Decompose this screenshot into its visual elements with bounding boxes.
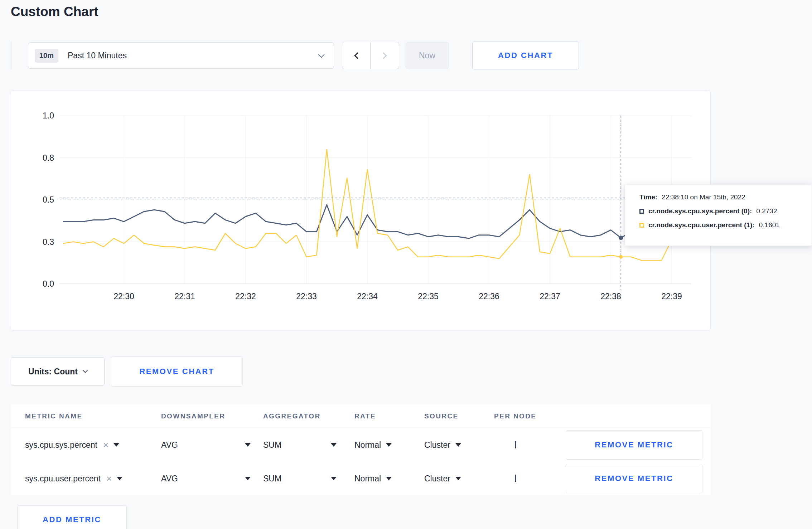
header-downsampler: DOWNSAMPLER xyxy=(161,412,263,420)
downsampler-value: AVG xyxy=(161,474,178,484)
caret-down-icon xyxy=(331,443,337,447)
metric-name-select[interactable]: sys.cpu.sys.percent × xyxy=(25,440,161,450)
crosshair-point xyxy=(619,255,623,259)
tooltip-series-value: 0.2732 xyxy=(756,207,777,215)
next-window-button[interactable] xyxy=(371,42,399,69)
aggregator-select[interactable]: SUM xyxy=(263,440,337,450)
rate-select[interactable]: Normal xyxy=(354,440,424,450)
metric-row: sys.cpu.sys.percent × AVG SUM Normal Clu… xyxy=(11,428,711,462)
chart-options-bar: Units: Count REMOVE CHART xyxy=(11,356,812,387)
chevron-left-icon xyxy=(354,52,361,59)
x-axis-label: 22:31 xyxy=(165,292,204,301)
caret-down-icon xyxy=(386,477,392,480)
metrics-line-chart[interactable] xyxy=(59,116,691,284)
per-node-checkbox[interactable] xyxy=(515,475,516,482)
clear-metric-icon[interactable]: × xyxy=(106,474,112,483)
downsampler-select[interactable]: AVG xyxy=(161,440,251,450)
caret-down-icon xyxy=(455,477,461,480)
header-aggregator: AGGREGATOR xyxy=(263,412,354,420)
metric-name-label: sys.cpu.sys.percent xyxy=(25,440,97,450)
clear-metric-icon[interactable]: × xyxy=(103,440,108,450)
chevron-down-icon xyxy=(318,51,324,58)
caret-down-icon xyxy=(113,443,119,447)
rate-select[interactable]: Normal xyxy=(354,474,424,484)
now-button[interactable]: Now xyxy=(406,42,449,69)
aggregator-value: SUM xyxy=(263,440,281,450)
remove-chart-button[interactable]: REMOVE CHART xyxy=(111,356,243,387)
series-user-swatch-icon xyxy=(639,223,644,228)
aggregator-select[interactable]: SUM xyxy=(263,474,337,484)
tooltip-series-row: cr.node.sys.cpu.sys.percent (0): 0.2732 xyxy=(639,207,812,215)
tooltip-time-label: Time: xyxy=(639,193,657,201)
y-axis-label: 0.8 xyxy=(25,153,54,163)
previous-window-button[interactable] xyxy=(342,42,371,69)
source-select[interactable]: Cluster xyxy=(424,474,494,484)
tooltip-time-value: 22:38:10 on Mar 15th, 2022 xyxy=(662,193,745,201)
page-title: Custom Chart xyxy=(0,0,812,19)
time-window-badge: 10m xyxy=(35,49,58,63)
tooltip-series-row: cr.node.sys.cpu.user.percent (1): 0.1601 xyxy=(639,221,812,229)
series-sys-swatch-icon xyxy=(639,209,644,214)
metrics-table: METRIC NAME DOWNSAMPLER AGGREGATOR RATE … xyxy=(11,404,711,495)
x-axis-label: 22:37 xyxy=(530,292,570,301)
caret-down-icon xyxy=(455,443,461,447)
toolbar-divider xyxy=(11,42,11,69)
tooltip-series-label: cr.node.sys.cpu.user.percent (1): xyxy=(648,221,755,229)
rate-value: Normal xyxy=(354,440,381,450)
source-value: Cluster xyxy=(424,440,450,450)
metric-row: sys.cpu.user.percent × AVG SUM Normal Cl… xyxy=(11,462,711,495)
caret-down-icon xyxy=(331,477,337,480)
metric-name-label: sys.cpu.user.percent xyxy=(25,474,101,484)
metrics-chart-card: 22:3022:3122:3222:3322:3422:3522:3622:37… xyxy=(11,90,711,331)
x-axis-label: 22:32 xyxy=(226,292,265,301)
y-axis-label: 0.3 xyxy=(25,237,54,247)
x-axis-label: 22:30 xyxy=(104,292,144,301)
metric-name-select[interactable]: sys.cpu.user.percent × xyxy=(25,474,161,484)
source-value: Cluster xyxy=(424,474,450,484)
chevron-right-icon xyxy=(380,52,387,59)
x-axis-label: 22:39 xyxy=(652,292,691,301)
source-select[interactable]: Cluster xyxy=(424,440,494,450)
downsampler-select[interactable]: AVG xyxy=(161,474,251,484)
x-axis-label: 22:36 xyxy=(469,292,509,301)
caret-down-icon xyxy=(386,443,392,447)
series-line-user xyxy=(63,149,692,260)
remove-metric-button[interactable]: REMOVE METRIC xyxy=(566,430,702,460)
tooltip-series-label: cr.node.sys.cpu.sys.percent (0): xyxy=(648,207,752,215)
crosshair-point xyxy=(619,236,623,240)
header-source: SOURCE xyxy=(424,412,494,420)
add-metric-button[interactable]: ADD METRIC xyxy=(17,505,127,529)
x-axis-label: 22:38 xyxy=(591,292,630,301)
time-step-buttons xyxy=(342,42,399,69)
remove-metric-button[interactable]: REMOVE METRIC xyxy=(566,464,702,493)
x-axis-label: 22:33 xyxy=(287,292,326,301)
y-axis-label: 0.0 xyxy=(25,279,54,289)
header-metric-name: METRIC NAME xyxy=(25,412,161,420)
tooltip-time-row: Time: 22:38:10 on Mar 15th, 2022 xyxy=(639,193,812,201)
custom-chart-page: Custom Chart 10m Past 10 Minutes Now ADD… xyxy=(0,0,812,529)
tooltip-series-value: 0.1601 xyxy=(759,221,780,229)
per-node-checkbox[interactable] xyxy=(515,441,516,448)
x-axis-label: 22:35 xyxy=(409,292,448,301)
downsampler-value: AVG xyxy=(161,440,178,450)
y-axis-label: 1.0 xyxy=(25,111,54,121)
chevron-down-icon xyxy=(83,368,88,373)
x-axis-label: 22:34 xyxy=(348,292,387,301)
y-axis-label: 0.5 xyxy=(25,195,54,205)
metrics-table-header: METRIC NAME DOWNSAMPLER AGGREGATOR RATE … xyxy=(11,404,711,428)
aggregator-value: SUM xyxy=(263,474,281,484)
units-label: Units: Count xyxy=(28,367,78,377)
header-per-node: PER NODE xyxy=(494,412,566,420)
add-chart-button[interactable]: ADD CHART xyxy=(472,42,579,69)
caret-down-icon xyxy=(245,443,251,447)
time-window-select[interactable]: 10m Past 10 Minutes xyxy=(28,42,334,69)
time-window-label: Past 10 Minutes xyxy=(68,51,319,60)
time-toolbar: 10m Past 10 Minutes Now ADD CHART xyxy=(11,42,812,69)
caret-down-icon xyxy=(117,477,122,480)
rate-value: Normal xyxy=(354,474,381,484)
units-select[interactable]: Units: Count xyxy=(11,357,105,386)
caret-down-icon xyxy=(245,477,251,480)
chart-tooltip: Time: 22:38:10 on Mar 15th, 2022 cr.node… xyxy=(625,184,812,246)
header-rate: RATE xyxy=(354,412,424,420)
